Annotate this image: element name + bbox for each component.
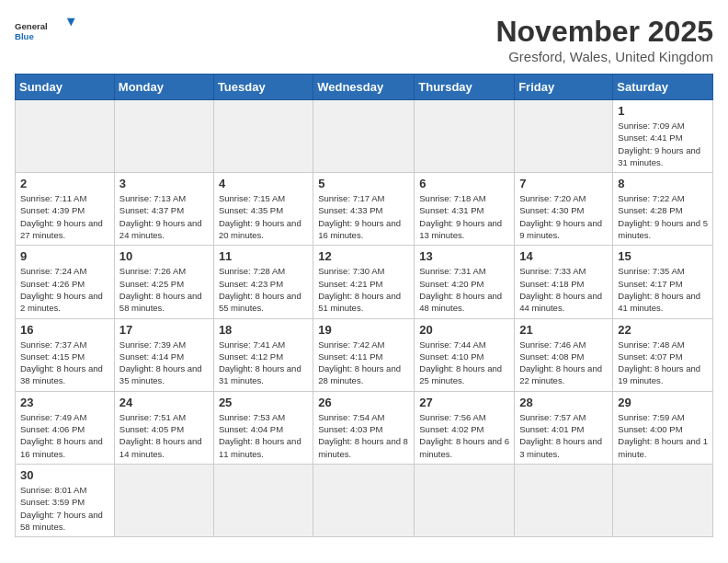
day-info: Sunrise: 7:46 AM Sunset: 4:08 PM Dayligh…: [519, 339, 608, 387]
calendar-cell: 8Sunrise: 7:22 AM Sunset: 4:28 PM Daylig…: [613, 173, 713, 246]
calendar-cell: 27Sunrise: 7:56 AM Sunset: 4:02 PM Dayli…: [415, 391, 515, 464]
calendar-cell: 26Sunrise: 7:54 AM Sunset: 4:03 PM Dayli…: [313, 391, 415, 464]
day-info: Sunrise: 7:09 AM Sunset: 4:41 PM Dayligh…: [618, 120, 708, 168]
calendar-cell: [613, 464, 713, 536]
calendar-cell: [515, 100, 613, 173]
day-number: 7: [519, 177, 608, 190]
day-number: 29: [618, 396, 708, 409]
svg-text:Blue: Blue: [15, 31, 34, 41]
calendar-cell: 16Sunrise: 7:37 AM Sunset: 4:15 PM Dayli…: [16, 318, 115, 391]
calendar-cell: 1Sunrise: 7:09 AM Sunset: 4:41 PM Daylig…: [613, 100, 713, 173]
day-number: 30: [20, 468, 109, 482]
day-info: Sunrise: 8:01 AM Sunset: 3:59 PM Dayligh…: [20, 484, 109, 533]
day-number: 14: [519, 249, 608, 263]
calendar-cell: 29Sunrise: 7:59 AM Sunset: 4:00 PM Dayli…: [613, 391, 713, 464]
col-friday: Friday: [515, 75, 613, 100]
page-header: General Blue November 2025 Gresford, Wal…: [15, 15, 713, 64]
day-info: Sunrise: 7:11 AM Sunset: 4:39 PM Dayligh…: [20, 192, 109, 241]
calendar-cell: 5Sunrise: 7:17 AM Sunset: 4:33 PM Daylig…: [313, 173, 415, 246]
day-info: Sunrise: 7:56 AM Sunset: 4:02 PM Dayligh…: [419, 411, 509, 460]
col-saturday: Saturday: [613, 75, 713, 100]
day-number: 10: [119, 249, 209, 263]
calendar-cell: 6Sunrise: 7:18 AM Sunset: 4:31 PM Daylig…: [415, 173, 515, 246]
day-info: Sunrise: 7:37 AM Sunset: 4:15 PM Dayligh…: [20, 339, 109, 387]
calendar-cell: [313, 100, 415, 173]
day-info: Sunrise: 7:18 AM Sunset: 4:31 PM Dayligh…: [419, 192, 509, 241]
calendar-cell: 10Sunrise: 7:26 AM Sunset: 4:25 PM Dayli…: [114, 246, 213, 318]
calendar-week-6: 30Sunrise: 8:01 AM Sunset: 3:59 PM Dayli…: [16, 464, 713, 536]
calendar-cell: 30Sunrise: 8:01 AM Sunset: 3:59 PM Dayli…: [16, 464, 115, 536]
calendar-cell: 4Sunrise: 7:15 AM Sunset: 4:35 PM Daylig…: [213, 173, 313, 246]
calendar-cell: [114, 100, 213, 173]
day-number: 9: [20, 249, 109, 263]
day-info: Sunrise: 7:41 AM Sunset: 4:12 PM Dayligh…: [219, 339, 308, 387]
day-number: 16: [20, 323, 109, 337]
day-number: 20: [419, 323, 509, 337]
day-info: Sunrise: 7:30 AM Sunset: 4:21 PM Dayligh…: [318, 265, 409, 314]
calendar-cell: [313, 464, 415, 536]
col-sunday: Sunday: [16, 75, 115, 100]
day-number: 15: [618, 249, 708, 263]
calendar-cell: 20Sunrise: 7:44 AM Sunset: 4:10 PM Dayli…: [415, 318, 515, 391]
calendar-cell: 19Sunrise: 7:42 AM Sunset: 4:11 PM Dayli…: [313, 318, 415, 391]
day-info: Sunrise: 7:31 AM Sunset: 4:20 PM Dayligh…: [419, 265, 509, 314]
day-number: 18: [219, 323, 308, 337]
calendar-cell: 18Sunrise: 7:41 AM Sunset: 4:12 PM Dayli…: [213, 318, 313, 391]
calendar-cell: [515, 464, 613, 536]
calendar-cell: [415, 100, 515, 173]
calendar-cell: 23Sunrise: 7:49 AM Sunset: 4:06 PM Dayli…: [16, 391, 115, 464]
day-number: 17: [119, 323, 209, 337]
calendar-cell: [16, 100, 115, 173]
logo: General Blue: [15, 15, 79, 44]
calendar-cell: 24Sunrise: 7:51 AM Sunset: 4:05 PM Dayli…: [114, 391, 213, 464]
col-tuesday: Tuesday: [213, 75, 313, 100]
day-number: 6: [419, 177, 509, 190]
calendar-cell: 11Sunrise: 7:28 AM Sunset: 4:23 PM Dayli…: [213, 246, 313, 318]
day-info: Sunrise: 7:35 AM Sunset: 4:17 PM Dayligh…: [618, 265, 708, 314]
day-number: 25: [219, 396, 308, 409]
day-info: Sunrise: 7:54 AM Sunset: 4:03 PM Dayligh…: [318, 411, 409, 460]
day-info: Sunrise: 7:48 AM Sunset: 4:07 PM Dayligh…: [618, 339, 708, 387]
day-number: 12: [318, 249, 409, 263]
day-number: 5: [318, 177, 409, 190]
calendar-cell: [213, 464, 313, 536]
day-info: Sunrise: 7:17 AM Sunset: 4:33 PM Dayligh…: [318, 192, 409, 241]
calendar-week-5: 23Sunrise: 7:49 AM Sunset: 4:06 PM Dayli…: [16, 391, 713, 464]
day-info: Sunrise: 7:49 AM Sunset: 4:06 PM Dayligh…: [20, 411, 109, 460]
calendar-cell: 21Sunrise: 7:46 AM Sunset: 4:08 PM Dayli…: [515, 318, 613, 391]
day-info: Sunrise: 7:22 AM Sunset: 4:28 PM Dayligh…: [618, 192, 708, 241]
day-number: 2: [20, 177, 109, 190]
col-monday: Monday: [114, 75, 213, 100]
calendar-cell: 15Sunrise: 7:35 AM Sunset: 4:17 PM Dayli…: [613, 246, 713, 318]
calendar-week-1: 1Sunrise: 7:09 AM Sunset: 4:41 PM Daylig…: [16, 100, 713, 173]
day-number: 8: [618, 177, 708, 190]
day-number: 26: [318, 396, 409, 409]
svg-marker-2: [67, 18, 75, 27]
month-title: November 2025: [495, 15, 713, 49]
day-number: 23: [20, 396, 109, 409]
calendar-cell: 22Sunrise: 7:48 AM Sunset: 4:07 PM Dayli…: [613, 318, 713, 391]
day-info: Sunrise: 7:59 AM Sunset: 4:00 PM Dayligh…: [618, 411, 708, 460]
col-wednesday: Wednesday: [313, 75, 415, 100]
day-number: 27: [419, 396, 509, 409]
calendar-cell: 17Sunrise: 7:39 AM Sunset: 4:14 PM Dayli…: [114, 318, 213, 391]
calendar-cell: 7Sunrise: 7:20 AM Sunset: 4:30 PM Daylig…: [515, 173, 613, 246]
day-info: Sunrise: 7:44 AM Sunset: 4:10 PM Dayligh…: [419, 339, 509, 387]
location-title: Gresford, Wales, United Kingdom: [495, 49, 713, 64]
day-info: Sunrise: 7:39 AM Sunset: 4:14 PM Dayligh…: [119, 339, 209, 387]
day-info: Sunrise: 7:13 AM Sunset: 4:37 PM Dayligh…: [119, 192, 209, 241]
day-number: 3: [119, 177, 209, 190]
calendar-week-3: 9Sunrise: 7:24 AM Sunset: 4:26 PM Daylig…: [16, 246, 713, 318]
calendar-cell: 28Sunrise: 7:57 AM Sunset: 4:01 PM Dayli…: [515, 391, 613, 464]
day-info: Sunrise: 7:53 AM Sunset: 4:04 PM Dayligh…: [219, 411, 308, 460]
calendar-table: Sunday Monday Tuesday Wednesday Thursday…: [15, 74, 713, 537]
day-info: Sunrise: 7:57 AM Sunset: 4:01 PM Dayligh…: [519, 411, 608, 460]
day-number: 21: [519, 323, 608, 337]
col-thursday: Thursday: [415, 75, 515, 100]
day-number: 11: [219, 249, 308, 263]
calendar-week-4: 16Sunrise: 7:37 AM Sunset: 4:15 PM Dayli…: [16, 318, 713, 391]
calendar-cell: [415, 464, 515, 536]
calendar-cell: 13Sunrise: 7:31 AM Sunset: 4:20 PM Dayli…: [415, 246, 515, 318]
day-info: Sunrise: 7:24 AM Sunset: 4:26 PM Dayligh…: [20, 265, 109, 314]
day-number: 13: [419, 249, 509, 263]
